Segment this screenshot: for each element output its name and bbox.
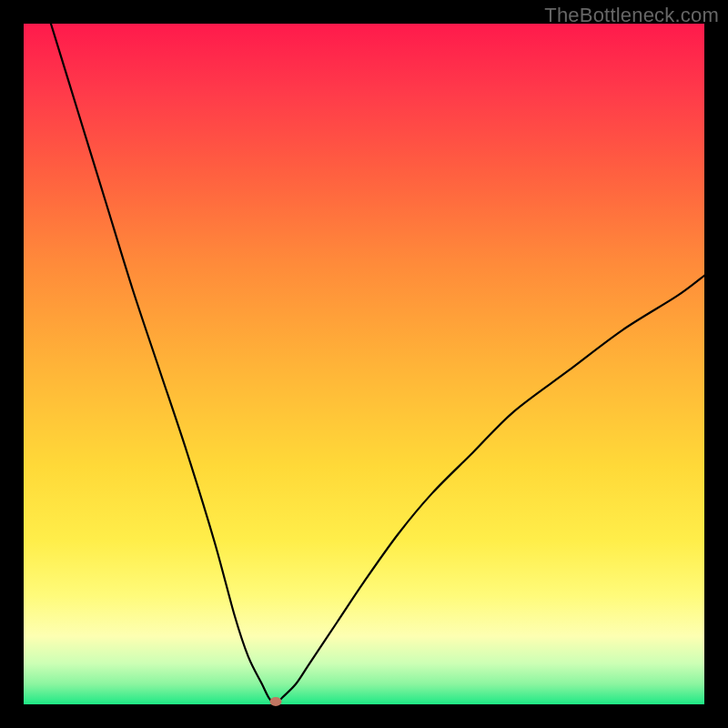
bottleneck-curve <box>24 24 704 704</box>
minimum-marker <box>269 697 281 706</box>
plot-area <box>24 24 704 704</box>
chart-frame: TheBottleneck.com <box>0 0 728 728</box>
